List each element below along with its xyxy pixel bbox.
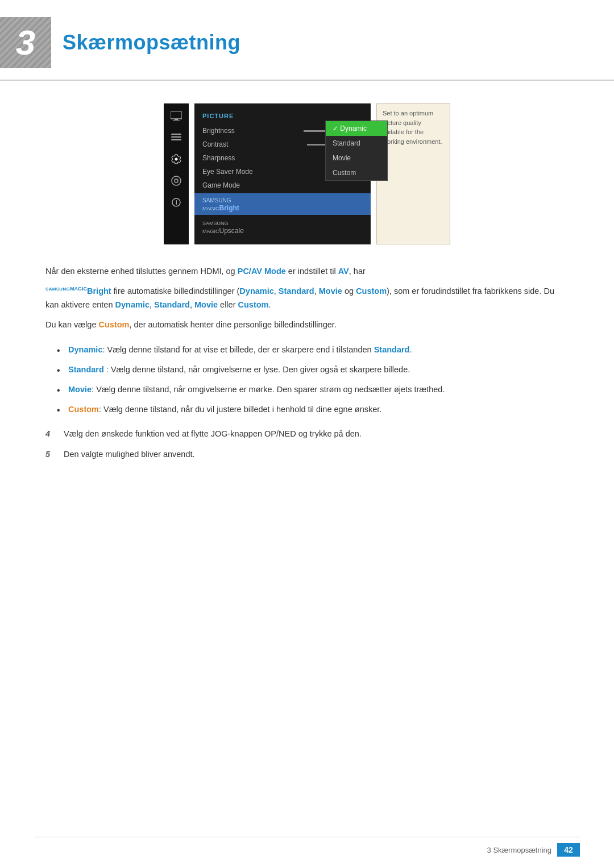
- svg-rect-3: [171, 134, 181, 135]
- svg-rect-5: [171, 139, 181, 140]
- bullet-movie-key: Movie: [68, 385, 92, 394]
- osd-icon-info: i: [169, 196, 183, 209]
- para1-pre: Når den eksterne enhed tilsluttes gennem…: [45, 267, 238, 276]
- osd-icon-wrench: [169, 174, 183, 188]
- step4-number: 4: [45, 427, 57, 441]
- osd-icon-gear: [169, 152, 183, 166]
- para1: Når den eksterne enhed tilsluttes gennem…: [45, 264, 569, 279]
- magic-bright-samsung: SAMSUNG: [202, 196, 363, 204]
- para1-mid: er indstillet til: [286, 267, 338, 276]
- av-label: AV: [338, 267, 349, 276]
- osd-panel: PICTURE Brightness 100 Contrast: [194, 103, 371, 244]
- page-footer: 3 Skærmopsætning 42: [34, 837, 580, 857]
- body-text-block: Når den eksterne enhed tilsluttes gennem…: [45, 264, 569, 332]
- brightness-label: Brightness: [202, 127, 235, 135]
- osd-icon-monitor: [169, 109, 183, 123]
- step-5: 5 Den valgte mulighed bliver anvendt.: [45, 448, 569, 461]
- bright-label: Bright: [87, 286, 111, 296]
- para2-standard: Standard: [279, 286, 314, 296]
- og-label: og: [342, 286, 356, 296]
- samsung-super: SAMSUNG: [45, 286, 70, 292]
- para2-end: .: [269, 300, 271, 309]
- svg-point-7: [172, 176, 181, 185]
- chapter-number: 3: [16, 25, 35, 60]
- dropdown-custom[interactable]: Custom: [326, 165, 387, 180]
- dropdown-movie[interactable]: Movie: [326, 151, 387, 165]
- bullet-custom-key: Custom: [68, 405, 99, 414]
- svg-point-8: [175, 179, 178, 182]
- chapter-number-box: 3: [0, 17, 51, 68]
- para2: SAMSUNGMAGICBright fire automatiske bill…: [45, 284, 569, 312]
- comma2: ,: [314, 286, 319, 296]
- chapter-title: Skærmopsætning: [63, 31, 240, 55]
- bullet-movie-text: : Vælg denne tilstand, når omgivelserne …: [92, 385, 445, 394]
- eye-saver-label: Eye Saver Mode: [202, 168, 253, 176]
- footer-page-number: 42: [557, 843, 580, 857]
- bullet-dynamic-key: Dynamic: [68, 345, 102, 354]
- step5-number: 5: [45, 448, 57, 461]
- step5-text: Den valgte mulighed bliver anvendt.: [64, 448, 195, 461]
- svg-text:i: i: [176, 200, 177, 206]
- svg-rect-0: [171, 111, 182, 119]
- para2-custom: Custom: [356, 286, 387, 296]
- dynamic2: Dynamic: [115, 300, 150, 309]
- magic-bright-label: MAGICBright: [202, 204, 363, 212]
- custom2: Custom: [238, 300, 269, 309]
- magic-prefix: MAGIC: [202, 206, 219, 211]
- magic-bright-samsung-text: SAMSUNG: [202, 197, 231, 203]
- bullet-dynamic-ref: Standard: [374, 345, 410, 354]
- bullet-custom: Custom: Vælg denne tilstand, når du vil …: [57, 403, 569, 416]
- osd-magic-upscale-row: SAMSUNG MAGICUpscale: [194, 216, 371, 238]
- monitor-ui: i PICTURE Brightness 100: [164, 103, 450, 244]
- svg-rect-2: [173, 120, 180, 121]
- para2-movie: Movie: [319, 286, 342, 296]
- screenshot-container: i PICTURE Brightness 100: [45, 103, 569, 244]
- comma1: ,: [274, 286, 279, 296]
- pcav-mode-label: PC/AV Mode: [238, 267, 286, 276]
- magic-bright-name: Bright: [219, 204, 239, 212]
- footer-chapter-label: 3 Skærmopsætning: [487, 846, 551, 854]
- comma4: ,: [190, 300, 194, 309]
- magic-bright-row: SAMSUNG MAGICBright: [194, 193, 371, 215]
- dropdown-standard[interactable]: Standard: [326, 136, 387, 151]
- comma3: ,: [150, 300, 154, 309]
- tooltip-text: Set to an optimum picture quality suitab…: [383, 110, 442, 145]
- game-mode-label: Game Mode: [202, 181, 240, 189]
- svg-point-6: [175, 158, 178, 161]
- para3-pre: Du kan vælge: [45, 320, 99, 329]
- bullet-dynamic: Dynamic: Vælg denne tilstand for at vise…: [57, 343, 569, 356]
- dropdown-dynamic[interactable]: Dynamic: [326, 121, 387, 136]
- eller-label: eller: [218, 300, 238, 309]
- custom3-label: Custom: [99, 320, 130, 329]
- svg-rect-4: [171, 136, 181, 138]
- para3-post: , der automatisk henter dine personlige …: [129, 320, 336, 329]
- para2-dynamic: Dynamic: [239, 286, 273, 296]
- step4-text: Vælg den ønskede funktion ved at flytte …: [64, 427, 362, 441]
- magic-super: MAGIC: [70, 286, 87, 292]
- bullet-list: Dynamic: Vælg denne tilstand for at vise…: [57, 343, 569, 417]
- standard2: Standard: [154, 300, 190, 309]
- bullet-dynamic-text: Vælg denne tilstand for at vise et bille…: [105, 345, 374, 354]
- magic-upscale-samsung: SAMSUNG: [202, 221, 229, 226]
- bullet-dynamic-end: .: [409, 345, 412, 354]
- osd-sidebar: i: [164, 103, 189, 244]
- magic-upscale-label: SAMSUNG MAGICUpscale: [202, 219, 244, 235]
- para3: Du kan vælge Custom, der automatisk hent…: [45, 318, 569, 332]
- bullet-standard-key: Standard: [68, 365, 104, 374]
- bullet-standard-text: : Vælg denne tilstand, når omgivelserne …: [104, 365, 410, 374]
- para1-post: , har: [349, 267, 366, 276]
- para2-mid: fire automatiske billedindstillinger (: [111, 286, 240, 296]
- osd-icon-lines: [169, 131, 183, 144]
- movie2: Movie: [194, 300, 218, 309]
- osd-dropdown: Dynamic Standard Movie Custom: [325, 121, 388, 181]
- bullet-standard: Standard : Vælg denne tilstand, når omgi…: [57, 363, 569, 376]
- magic-brand-label: MAGICBright: [70, 286, 111, 296]
- contrast-label: Contrast: [202, 140, 228, 148]
- magic-upscale-magic: MAGIC: [202, 229, 219, 234]
- svg-rect-1: [175, 119, 178, 120]
- chapter-header: 3 Skærmopsætning: [0, 0, 614, 81]
- step-4: 4 Vælg den ønskede funktion ved at flytt…: [45, 427, 569, 441]
- sharpness-label: Sharpness: [202, 154, 235, 162]
- content-area: i PICTURE Brightness 100: [0, 103, 614, 461]
- magic-upscale-name: Upscale: [219, 227, 244, 235]
